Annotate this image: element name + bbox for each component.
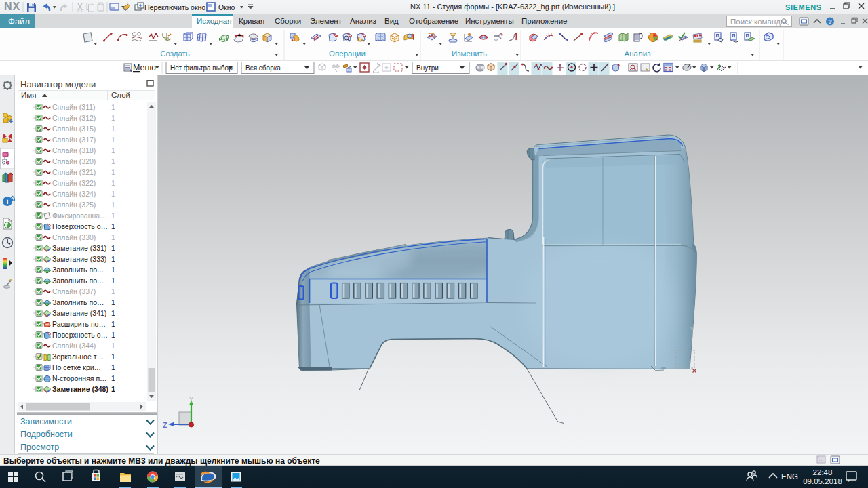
svg-text:Заполнить по…: Заполнить по… <box>52 266 104 274</box>
svg-text:Заполнить по…: Заполнить по… <box>52 277 104 285</box>
svg-text:1: 1 <box>111 233 115 241</box>
svg-text:Внутри: Внутри <box>416 64 439 72</box>
svg-text:1: 1 <box>111 385 115 393</box>
svg-text:1: 1 <box>111 114 115 122</box>
svg-text:22:48: 22:48 <box>813 468 833 476</box>
svg-text:Сплайн (311): Сплайн (311) <box>52 103 96 111</box>
svg-text:Сплайн (318): Сплайн (318) <box>52 146 96 155</box>
svg-text:Поверхность о…: Поверхность о… <box>52 331 108 339</box>
svg-text:Сплайн (315): Сплайн (315) <box>52 125 96 133</box>
svg-text:ENG: ENG <box>781 472 798 481</box>
svg-text:Сплайн (322): Сплайн (322) <box>52 179 96 187</box>
svg-text:Сплайн (312): Сплайн (312) <box>52 114 96 122</box>
svg-text:По сетке кри…: По сетке кри… <box>52 363 101 371</box>
svg-text:Изменить: Изменить <box>452 49 487 58</box>
svg-text:Заметание (331): Заметание (331) <box>52 244 106 252</box>
svg-text:1: 1 <box>111 125 115 133</box>
svg-text:Анализ: Анализ <box>625 49 651 58</box>
svg-text:1: 1 <box>111 211 115 220</box>
svg-text:1: 1 <box>111 136 115 144</box>
svg-text:1: 1 <box>111 103 115 111</box>
svg-text:i: i <box>6 197 8 205</box>
svg-text:Y: Y <box>690 326 694 333</box>
svg-text:Сплайн (325): Сплайн (325) <box>52 201 96 209</box>
svg-text:?: ? <box>828 18 832 25</box>
svg-text:1: 1 <box>111 266 115 274</box>
svg-text:Сплайн (344): Сплайн (344) <box>52 342 96 350</box>
svg-text:1: 1 <box>111 331 115 339</box>
svg-text:1: 1 <box>111 374 115 382</box>
svg-text:Сплайн (330): Сплайн (330) <box>52 233 96 241</box>
svg-text:1: 1 <box>111 146 115 155</box>
svg-text:Зеркальное т…: Зеркальное т… <box>52 352 104 361</box>
svg-text:N-сторонняя п…: N-сторонняя п… <box>52 374 107 382</box>
svg-text:Заметание (341): Заметание (341) <box>52 309 106 317</box>
svg-text:Сплайн (320): Сплайн (320) <box>52 157 96 165</box>
svg-text:Расширить по…: Расширить по… <box>52 320 106 328</box>
svg-text:Поверхность о…: Поверхность о… <box>52 222 108 230</box>
svg-text:Операции: Операции <box>329 49 366 58</box>
svg-text:1: 1 <box>111 190 115 198</box>
svg-text:Сплайн (321): Сплайн (321) <box>52 168 96 176</box>
svg-text:1: 1 <box>111 309 115 317</box>
svg-text:1: 1 <box>111 222 115 230</box>
svg-text:1: 1 <box>111 255 115 263</box>
svg-text:1: 1 <box>111 179 115 187</box>
svg-text:Заметание (348): Заметание (348) <box>52 385 108 393</box>
svg-text:Сплайн (337): Сплайн (337) <box>52 287 96 296</box>
svg-text:1: 1 <box>111 201 115 209</box>
svg-text:Сплайн (324): Сплайн (324) <box>52 190 96 198</box>
svg-text:Z: Z <box>163 421 167 429</box>
svg-text:1: 1 <box>111 157 115 165</box>
svg-text:1: 1 <box>111 298 115 306</box>
svg-text:Меню: Меню <box>133 63 156 73</box>
svg-text:1: 1 <box>111 352 115 361</box>
svg-text:1: 1 <box>111 320 115 328</box>
svg-text:Сплайн (317): Сплайн (317) <box>52 136 96 144</box>
svg-text:Фиксированна…: Фиксированна… <box>52 211 107 220</box>
svg-text:Нет фильтра выбор: Нет фильтра выбор <box>170 64 233 72</box>
svg-text:09.05.2018: 09.05.2018 <box>803 477 842 485</box>
svg-text:Заметание (333): Заметание (333) <box>52 255 106 263</box>
svg-text:Заполнить по…: Заполнить по… <box>52 298 104 306</box>
svg-text:Создать: Создать <box>160 49 190 58</box>
svg-text:1: 1 <box>111 277 115 285</box>
svg-text:1: 1 <box>111 287 115 296</box>
svg-text:1: 1 <box>111 363 115 371</box>
svg-text:1: 1 <box>111 168 115 176</box>
svg-text:1: 1 <box>111 244 115 252</box>
svg-text:1: 1 <box>111 342 115 350</box>
svg-text:Вся сборка: Вся сборка <box>245 64 281 72</box>
